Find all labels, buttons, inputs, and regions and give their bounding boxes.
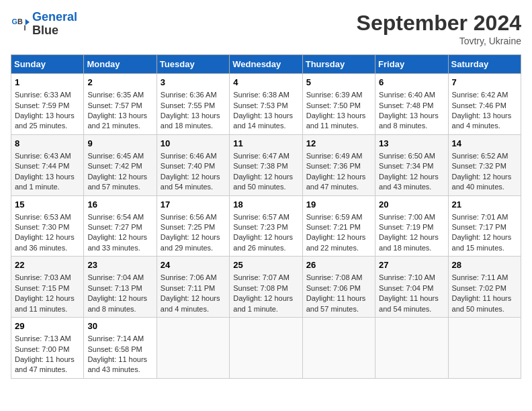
calendar-cell: 20Sunrise: 7:00 AM Sunset: 7:19 PM Dayli… [375,195,448,257]
day-info: Sunrise: 7:06 AM Sunset: 7:11 PM Dayligh… [161,273,220,312]
day-info: Sunrise: 6:38 AM Sunset: 7:53 PM Dayligh… [233,91,293,130]
day-info: Sunrise: 7:10 AM Sunset: 7:04 PM Dayligh… [379,273,439,312]
calendar-cell: 2Sunrise: 6:35 AM Sunset: 7:57 PM Daylig… [84,74,157,135]
calendar-cell: 18Sunrise: 6:57 AM Sunset: 7:23 PM Dayli… [230,195,302,257]
day-number: 12 [306,138,371,150]
calendar-cell: 17Sunrise: 6:56 AM Sunset: 7:25 PM Dayli… [157,195,229,257]
day-number: 6 [379,77,444,89]
calendar-cell: 29Sunrise: 7:13 AM Sunset: 7:00 PM Dayli… [11,318,84,379]
calendar-cell: 6Sunrise: 6:40 AM Sunset: 7:48 PM Daylig… [375,74,448,135]
calendar-cell: 8Sunrise: 6:43 AM Sunset: 7:44 PM Daylig… [11,134,84,195]
day-number: 19 [306,199,371,211]
day-info: Sunrise: 7:11 AM Sunset: 7:02 PM Dayligh… [452,273,512,312]
day-info: Sunrise: 7:14 AM Sunset: 6:58 PM Dayligh… [87,334,147,373]
day-number: 8 [15,138,80,150]
calendar-cell: 21Sunrise: 7:01 AM Sunset: 7:17 PM Dayli… [448,195,521,257]
day-number: 16 [87,199,152,211]
calendar-cell [230,318,302,379]
day-number: 21 [452,199,517,211]
calendar-cell: 24Sunrise: 7:06 AM Sunset: 7:11 PM Dayli… [157,257,229,318]
title-block: September 2024 Tovtry, Ukraine [357,11,521,46]
calendar-cell: 23Sunrise: 7:04 AM Sunset: 7:13 PM Dayli… [84,257,157,318]
day-number: 20 [379,199,444,211]
col-header-monday: Monday [84,55,157,74]
day-info: Sunrise: 6:39 AM Sunset: 7:50 PM Dayligh… [306,91,366,130]
col-header-sunday: Sunday [11,55,84,74]
day-info: Sunrise: 6:59 AM Sunset: 7:21 PM Dayligh… [306,213,366,252]
day-number: 3 [161,77,226,89]
day-number: 28 [452,259,517,271]
day-info: Sunrise: 6:47 AM Sunset: 7:38 PM Dayligh… [233,152,293,191]
col-header-thursday: Thursday [302,55,375,74]
col-header-saturday: Saturday [448,55,521,74]
day-number: 27 [379,259,444,271]
col-header-tuesday: Tuesday [157,55,229,74]
logo: G B General Blue [11,11,77,38]
day-number: 15 [15,199,80,211]
day-number: 11 [233,138,298,150]
calendar-cell [157,318,229,379]
day-number: 18 [233,199,298,211]
day-number: 14 [452,138,517,150]
day-info: Sunrise: 6:52 AM Sunset: 7:32 PM Dayligh… [452,152,512,191]
day-number: 26 [306,259,371,271]
day-number: 1 [15,77,80,89]
day-number: 17 [161,199,226,211]
col-header-friday: Friday [375,55,448,74]
day-info: Sunrise: 7:00 AM Sunset: 7:19 PM Dayligh… [379,213,439,252]
calendar-cell [375,318,448,379]
calendar-cell: 4Sunrise: 6:38 AM Sunset: 7:53 PM Daylig… [230,74,302,135]
day-info: Sunrise: 6:45 AM Sunset: 7:42 PM Dayligh… [87,152,147,191]
day-info: Sunrise: 7:03 AM Sunset: 7:15 PM Dayligh… [15,273,75,312]
calendar-cell: 22Sunrise: 7:03 AM Sunset: 7:15 PM Dayli… [11,257,84,318]
calendar-cell: 30Sunrise: 7:14 AM Sunset: 6:58 PM Dayli… [84,318,157,379]
day-info: Sunrise: 6:36 AM Sunset: 7:55 PM Dayligh… [161,91,220,130]
day-number: 30 [87,320,152,332]
day-info: Sunrise: 7:08 AM Sunset: 7:06 PM Dayligh… [306,273,366,312]
logo-icon: G B [11,15,30,34]
day-number: 22 [15,259,80,271]
day-info: Sunrise: 6:42 AM Sunset: 7:46 PM Dayligh… [452,91,512,130]
calendar-cell: 1Sunrise: 6:33 AM Sunset: 7:59 PM Daylig… [11,74,84,135]
day-info: Sunrise: 6:53 AM Sunset: 7:30 PM Dayligh… [15,213,75,252]
day-number: 25 [233,259,298,271]
day-number: 7 [452,77,517,89]
day-number: 13 [379,138,444,150]
calendar-cell: 3Sunrise: 6:36 AM Sunset: 7:55 PM Daylig… [157,74,229,135]
calendar-cell [302,318,375,379]
day-info: Sunrise: 6:43 AM Sunset: 7:44 PM Dayligh… [15,152,75,191]
calendar-cell [448,318,521,379]
calendar-cell: 19Sunrise: 6:59 AM Sunset: 7:21 PM Dayli… [302,195,375,257]
logo-text: General Blue [32,11,77,38]
calendar-cell: 7Sunrise: 6:42 AM Sunset: 7:46 PM Daylig… [448,74,521,135]
day-info: Sunrise: 6:49 AM Sunset: 7:36 PM Dayligh… [306,152,366,191]
calendar-cell: 12Sunrise: 6:49 AM Sunset: 7:36 PM Dayli… [302,134,375,195]
calendar-cell: 14Sunrise: 6:52 AM Sunset: 7:32 PM Dayli… [448,134,521,195]
day-number: 5 [306,77,371,89]
page-header: G B General Blue September 2024 Tovtry, … [11,11,521,46]
calendar-table: SundayMondayTuesdayWednesdayThursdayFrid… [11,54,521,379]
day-info: Sunrise: 7:13 AM Sunset: 7:00 PM Dayligh… [15,334,75,373]
day-number: 4 [233,77,298,89]
month-title: September 2024 [357,11,521,36]
day-info: Sunrise: 6:40 AM Sunset: 7:48 PM Dayligh… [379,91,439,130]
svg-text:G: G [12,17,17,26]
day-info: Sunrise: 7:07 AM Sunset: 7:08 PM Dayligh… [233,273,293,312]
location-subtitle: Tovtry, Ukraine [357,36,521,46]
col-header-wednesday: Wednesday [230,55,302,74]
calendar-cell: 5Sunrise: 6:39 AM Sunset: 7:50 PM Daylig… [302,74,375,135]
day-number: 23 [87,259,152,271]
calendar-cell: 25Sunrise: 7:07 AM Sunset: 7:08 PM Dayli… [230,257,302,318]
day-info: Sunrise: 6:54 AM Sunset: 7:27 PM Dayligh… [87,213,147,252]
day-number: 24 [161,259,226,271]
calendar-cell: 28Sunrise: 7:11 AM Sunset: 7:02 PM Dayli… [448,257,521,318]
day-number: 9 [87,138,152,150]
day-number: 2 [87,77,152,89]
day-number: 29 [15,320,80,332]
calendar-cell: 11Sunrise: 6:47 AM Sunset: 7:38 PM Dayli… [230,134,302,195]
calendar-cell: 13Sunrise: 6:50 AM Sunset: 7:34 PM Dayli… [375,134,448,195]
calendar-cell: 27Sunrise: 7:10 AM Sunset: 7:04 PM Dayli… [375,257,448,318]
calendar-cell: 10Sunrise: 6:46 AM Sunset: 7:40 PM Dayli… [157,134,229,195]
day-info: Sunrise: 7:01 AM Sunset: 7:17 PM Dayligh… [452,213,512,252]
calendar-cell: 26Sunrise: 7:08 AM Sunset: 7:06 PM Dayli… [302,257,375,318]
